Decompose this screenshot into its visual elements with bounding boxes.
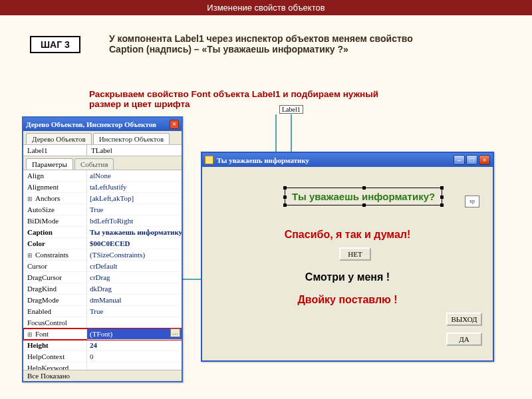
- property-name: Cursor: [23, 261, 87, 272]
- tab-events[interactable]: События: [74, 158, 114, 170]
- property-value[interactable]: [87, 317, 182, 329]
- property-row-enabled[interactable]: EnabledTrue: [23, 306, 182, 317]
- property-value[interactable]: alNone: [87, 170, 182, 182]
- property-name: Caption: [23, 227, 87, 238]
- minimize-icon[interactable]: –: [454, 155, 465, 165]
- property-row-anchors[interactable]: Anchors[akLeft,akTop]: [23, 193, 182, 204]
- inspector-main-tabs: Дерево Объектов Инспектор Объектов: [23, 131, 182, 145]
- property-value[interactable]: Ты уважаешь информатику?: [87, 227, 182, 238]
- no-button[interactable]: НЕТ: [339, 247, 371, 261]
- label-thanks[interactable]: Спасибо, я так и думал!: [206, 229, 489, 241]
- object-inspector-window: Дерево Объектов, Инспектор Объектов × Де…: [22, 116, 183, 382]
- property-value[interactable]: (TFont): [87, 329, 182, 340]
- property-row-helpcontext[interactable]: HelpContext0: [23, 351, 182, 362]
- property-name: DragCursor: [23, 272, 87, 283]
- property-row-dragcursor[interactable]: DragCursorcrDrag: [23, 272, 182, 283]
- inspector-titlebar[interactable]: Дерево Объектов, Инспектор Объектов ×: [23, 118, 182, 131]
- property-name: Color: [23, 238, 87, 249]
- label1-component[interactable]: Ты уважаешь информатику?: [285, 188, 442, 205]
- property-value[interactable]: bdLeftToRight: [87, 215, 182, 227]
- property-row-caption[interactable]: CaptionТы уважаешь информатику?: [23, 227, 182, 238]
- instruction-text-2: Раскрываем свойство Font объекта Label1 …: [89, 89, 408, 109]
- label-warning[interactable]: Смотри у меня !: [206, 271, 489, 283]
- property-row-autosize[interactable]: AutoSizeTrue: [23, 204, 182, 215]
- property-name: Anchors: [23, 193, 87, 204]
- exit-button[interactable]: ВЫХОД: [446, 313, 482, 326]
- property-row-bidimode[interactable]: BiDiModebdLeftToRight: [23, 215, 182, 227]
- component-name: Label1: [23, 145, 87, 156]
- property-name: Alignment: [23, 182, 87, 193]
- xp-manifest-icon[interactable]: xp: [465, 196, 479, 207]
- property-row-dragkind[interactable]: DragKinddkDrag: [23, 283, 182, 295]
- property-row-color[interactable]: Color$00C0ECED: [23, 238, 182, 249]
- property-row-height[interactable]: Height24: [23, 340, 182, 351]
- form-title-text: Ты уважаешь информатику: [217, 156, 309, 164]
- tab-properties[interactable]: Параметры: [26, 158, 73, 170]
- property-name: DragMode: [23, 295, 87, 306]
- property-value[interactable]: crDrag: [87, 272, 182, 283]
- form-designer-window: Ты уважаешь информатику – □ × Ты уважаеш…: [201, 152, 494, 362]
- app-icon: [205, 156, 213, 164]
- form-titlebar[interactable]: Ты уважаешь информатику – □ ×: [202, 153, 493, 167]
- property-value[interactable]: [akLeft,akTop]: [87, 193, 182, 204]
- form-client-area[interactable]: Ты уважаешь информатику? xp Спасибо, я т…: [206, 170, 489, 356]
- property-row-align[interactable]: AlignalNone: [23, 170, 182, 182]
- property-row-helpkeyword[interactable]: HelpKeyword: [23, 362, 182, 370]
- property-name: DragKind: [23, 283, 87, 295]
- property-row-dragmode[interactable]: DragModedmManual: [23, 295, 182, 306]
- close-icon[interactable]: ×: [479, 155, 490, 165]
- instruction-text-1: У компонента Label1 через инспектор объе…: [109, 33, 415, 55]
- yes-button[interactable]: ДА: [446, 332, 482, 346]
- close-icon[interactable]: ×: [170, 120, 179, 129]
- component-selector[interactable]: Label1 TLabel: [23, 145, 182, 156]
- tab-object-inspector[interactable]: Инспектор Объектов: [93, 133, 170, 144]
- slide-title: Изменение свойств объектов: [0, 0, 532, 15]
- property-name: Enabled: [23, 306, 87, 317]
- label1-text: Ты уважаешь информатику?: [292, 191, 435, 202]
- property-value[interactable]: taLeftJustify: [87, 182, 182, 193]
- inspector-sub-tabs: Параметры События: [23, 156, 182, 170]
- property-name: Font: [23, 329, 87, 340]
- property-row-alignment[interactable]: AlignmenttaLeftJustify: [23, 182, 182, 193]
- property-name: Constraints: [23, 249, 87, 261]
- property-row-font[interactable]: Font(TFont): [23, 329, 182, 340]
- property-name: HelpKeyword: [23, 362, 87, 370]
- inspector-status: Все Показано: [23, 370, 182, 381]
- property-value[interactable]: dmManual: [87, 295, 182, 306]
- property-name: HelpContext: [23, 351, 87, 362]
- property-name: Height: [23, 340, 87, 351]
- maximize-icon[interactable]: □: [466, 155, 477, 165]
- property-value[interactable]: $00C0ECED: [87, 238, 182, 249]
- property-value[interactable]: True: [87, 204, 182, 215]
- component-type: TLabel: [87, 145, 182, 156]
- property-row-cursor[interactable]: CursorcrDefault: [23, 261, 182, 272]
- property-row-focuscontrol[interactable]: FocusControl: [23, 317, 182, 329]
- step-badge: ШАГ 3: [30, 36, 80, 53]
- property-grid[interactable]: AlignalNoneAlignmenttaLeftJustifyAnchors…: [23, 170, 182, 370]
- property-value[interactable]: dkDrag: [87, 283, 182, 295]
- property-value[interactable]: 0: [87, 351, 182, 362]
- property-value[interactable]: crDefault: [87, 261, 182, 272]
- property-value[interactable]: (TSizeConstraints): [87, 249, 182, 261]
- inspector-title-text: Дерево Объектов, Инспектор Объектов: [26, 120, 156, 128]
- label-threat[interactable]: Двойку поставлю !: [206, 294, 489, 306]
- property-name: FocusControl: [23, 317, 87, 329]
- property-row-constraints[interactable]: Constraints(TSizeConstraints): [23, 249, 182, 261]
- property-name: Align: [23, 170, 87, 182]
- property-value[interactable]: [87, 362, 182, 370]
- property-name: AutoSize: [23, 204, 87, 215]
- property-value[interactable]: True: [87, 306, 182, 317]
- tab-object-tree[interactable]: Дерево Объектов: [26, 133, 92, 144]
- property-value[interactable]: 24: [87, 340, 182, 351]
- property-name: BiDiMode: [23, 215, 87, 227]
- callout-label1: Label1: [279, 105, 303, 114]
